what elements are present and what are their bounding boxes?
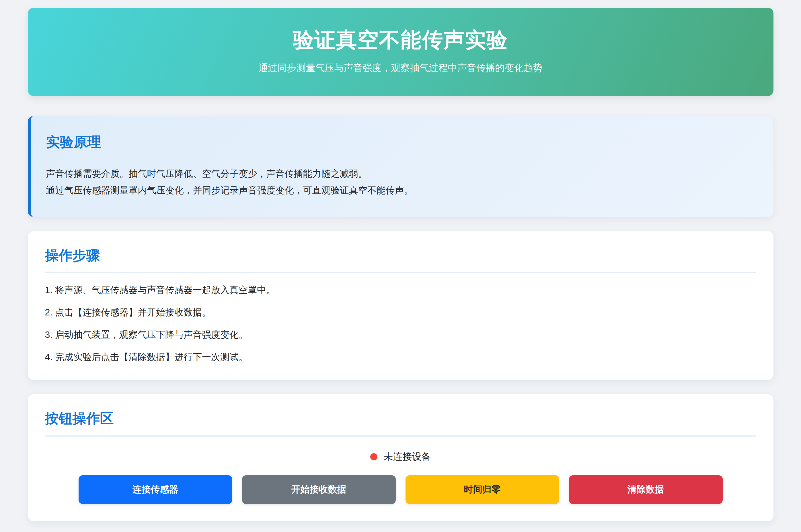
controls-heading: 按钮操作区 xyxy=(45,410,756,427)
principle-line-2: 通过气压传感器测量罩内气压变化，并同步记录声音强度变化，可直观验证真空不能传声。 xyxy=(46,182,756,198)
button-row: 连接传感器 开始接收数据 时间归零 清除数据 xyxy=(45,475,756,504)
principle-card: 实验原理 声音传播需要介质。抽气时气压降低、空气分子变少，声音传播能力随之减弱。… xyxy=(28,116,773,217)
start-receive-data-button[interactable]: 开始接收数据 xyxy=(242,475,396,504)
principle-text: 声音传播需要介质。抽气时气压降低、空气分子变少，声音传播能力随之减弱。 通过气压… xyxy=(46,165,756,198)
step-item-2: 2. 点击【连接传感器】并开始接收数据。 xyxy=(45,306,756,318)
steps-divider xyxy=(45,272,756,273)
steps-list: 1. 将声源、气压传感器与声音传感器一起放入真空罩中。 2. 点击【连接传感器】… xyxy=(45,284,756,363)
page-subtitle: 通过同步测量气压与声音强度，观察抽气过程中声音传播的变化趋势 xyxy=(28,62,773,75)
status-dot-icon xyxy=(370,453,378,460)
controls-divider xyxy=(45,435,756,437)
steps-card: 操作步骤 1. 将声源、气压传感器与声音传感器一起放入真空罩中。 2. 点击【连… xyxy=(28,231,773,380)
steps-heading: 操作步骤 xyxy=(45,247,756,264)
page: 验证真空不能传声实验 通过同步测量气压与声音强度，观察抽气过程中声音传播的变化趋… xyxy=(28,0,773,521)
clear-data-button[interactable]: 清除数据 xyxy=(569,475,723,504)
reset-time-button[interactable]: 时间归零 xyxy=(405,475,559,504)
controls-card: 按钮操作区 未连接设备 连接传感器 开始接收数据 时间归零 清除数据 xyxy=(28,394,773,521)
step-item-3: 3. 启动抽气装置，观察气压下降与声音强度变化。 xyxy=(45,329,756,340)
principle-line-1: 声音传播需要介质。抽气时气压降低、空气分子变少，声音传播能力随之减弱。 xyxy=(46,165,756,182)
principle-heading: 实验原理 xyxy=(46,134,756,150)
page-title: 验证真空不能传声实验 xyxy=(28,28,773,51)
status-text: 未连接设备 xyxy=(384,450,431,463)
step-item-1: 1. 将声源、气压传感器与声音传感器一起放入真空罩中。 xyxy=(45,284,756,296)
step-item-4: 4. 完成实验后点击【清除数据】进行下一次测试。 xyxy=(45,351,756,363)
connection-status: 未连接设备 xyxy=(45,450,756,463)
connect-sensor-button[interactable]: 连接传感器 xyxy=(78,475,232,504)
header-banner: 验证真空不能传声实验 通过同步测量气压与声音强度，观察抽气过程中声音传播的变化趋… xyxy=(28,8,773,96)
